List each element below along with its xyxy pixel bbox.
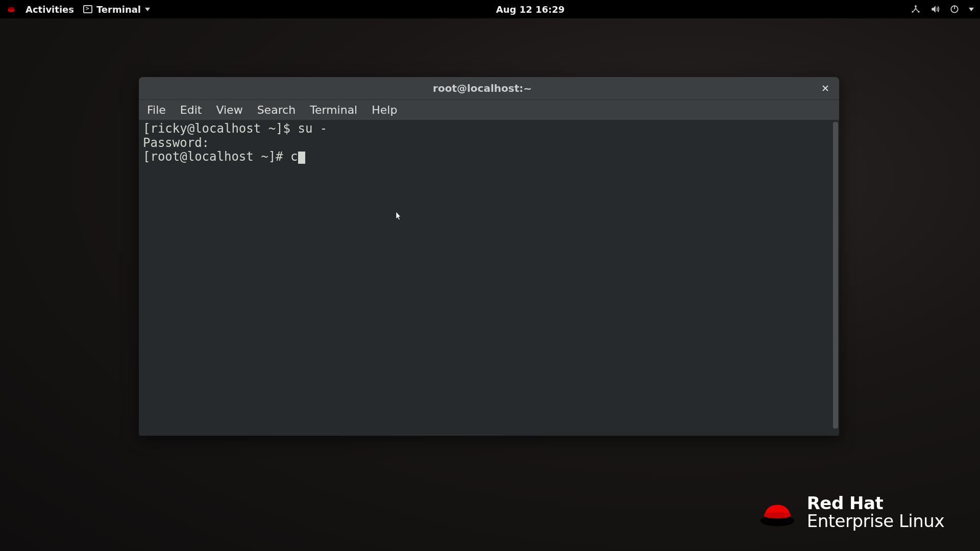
power-icon: [949, 4, 960, 14]
brand-line2: Enterprise Linux: [807, 512, 944, 531]
menubar: File Edit View Search Terminal Help: [139, 99, 839, 120]
network-icon: [911, 4, 921, 14]
menu-terminal[interactable]: Terminal: [310, 104, 357, 116]
svg-point-2: [912, 11, 914, 13]
terminal-output[interactable]: [ricky@localhost ~]$ su -Password:[root@…: [139, 120, 839, 436]
svg-point-3: [918, 11, 920, 13]
window-title: root@localhost:~: [146, 82, 819, 94]
distro-logo-icon: [6, 4, 16, 14]
scrollbar[interactable]: [833, 122, 838, 429]
window-titlebar[interactable]: root@localhost:~: [139, 77, 839, 99]
menu-help[interactable]: Help: [372, 104, 397, 116]
terminal-icon: [83, 5, 92, 13]
menu-file[interactable]: File: [147, 104, 166, 116]
terminal-line: [ricky@localhost ~]$ su -: [143, 122, 835, 136]
brand-line1: Red Hat: [807, 494, 944, 513]
menu-view[interactable]: View: [216, 104, 242, 116]
current-app-indicator[interactable]: Terminal: [83, 4, 150, 15]
close-icon: [821, 84, 829, 92]
activities-button[interactable]: Activities: [26, 4, 74, 15]
close-button[interactable]: [819, 82, 832, 95]
volume-icon: [930, 4, 940, 14]
chevron-down-icon: [145, 8, 150, 11]
svg-point-0: [8, 7, 14, 10]
rhel-branding: Red Hat Enterprise Linux: [757, 494, 944, 531]
menu-search[interactable]: Search: [257, 104, 296, 116]
status-area[interactable]: [911, 4, 974, 14]
terminal-line: Password:: [143, 136, 835, 151]
current-app-name: Terminal: [96, 4, 141, 15]
redhat-logo-icon: [757, 498, 798, 527]
terminal-line: [root@localhost ~]# c: [143, 150, 835, 164]
desktop: root@localhost:~ File Edit View Search T…: [0, 18, 980, 551]
terminal-window: root@localhost:~ File Edit View Search T…: [139, 77, 839, 436]
clock[interactable]: Aug 12 16:29: [150, 4, 911, 15]
svg-rect-5: [954, 6, 955, 10]
svg-point-6: [764, 512, 791, 519]
chevron-down-icon: [969, 8, 974, 11]
gnome-topbar: Activities Terminal Aug 12 16:29: [0, 0, 980, 18]
text-cursor: [298, 152, 305, 164]
menu-edit[interactable]: Edit: [180, 104, 202, 116]
svg-point-1: [915, 5, 917, 7]
